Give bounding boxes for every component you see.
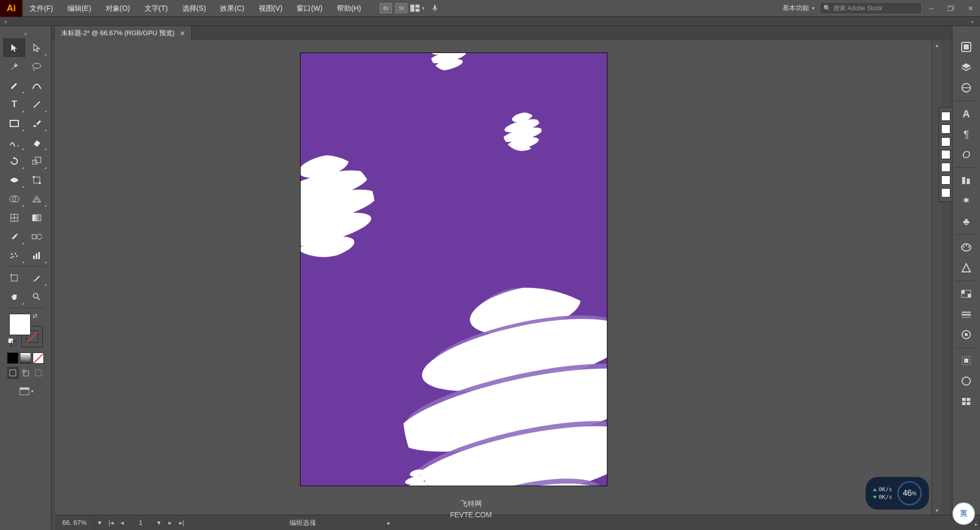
- gradient-tool[interactable]: [26, 208, 48, 227]
- color-mode-gradient[interactable]: [20, 352, 31, 364]
- color-mode-solid[interactable]: [7, 352, 18, 364]
- width-tool[interactable]: [3, 170, 26, 189]
- draw-behind-icon[interactable]: [20, 367, 32, 379]
- graphic-styles-panel-icon[interactable]: [956, 371, 976, 391]
- window-restore-icon[interactable]: [943, 3, 959, 13]
- artwork-sphere-top[interactable]: [430, 53, 466, 71]
- color-guide-panel-icon[interactable]: [956, 258, 976, 277]
- artboard-tool[interactable]: [3, 268, 26, 287]
- artboard-dropdown-icon[interactable]: ▾: [154, 519, 165, 526]
- properties-panel-icon[interactable]: [956, 37, 976, 57]
- app-logo[interactable]: Ai: [0, 0, 22, 17]
- screen-mode[interactable]: ▾: [3, 381, 48, 398]
- network-speed-widget[interactable]: 0K/s 0K/s 46%: [866, 477, 929, 510]
- workspace-switcher[interactable]: 基本功能 ▾: [777, 2, 820, 14]
- color-mode-none[interactable]: [33, 352, 44, 364]
- curvature-tool[interactable]: [26, 76, 48, 95]
- paragraph-panel-icon[interactable]: ¶: [956, 124, 976, 144]
- menu-object[interactable]: 对象(O): [99, 0, 137, 17]
- lasso-tool[interactable]: [26, 57, 48, 76]
- document-tab[interactable]: 未标题-2* @ 66.67% (RGB/GPU 预览) ✕: [55, 26, 192, 40]
- fill-swatch[interactable]: [9, 314, 31, 335]
- last-artboard-icon[interactable]: ▸|: [176, 515, 187, 530]
- bridge-icon[interactable]: Br: [380, 3, 392, 13]
- swatch-7[interactable]: [941, 188, 950, 197]
- magic-wand-tool[interactable]: [3, 57, 26, 76]
- free-transform-tool[interactable]: [26, 170, 48, 189]
- menu-type[interactable]: 文字(T): [137, 0, 175, 17]
- menu-file[interactable]: 文件(F): [22, 0, 60, 17]
- draw-inside-icon[interactable]: [32, 367, 44, 379]
- menu-select[interactable]: 选择(S): [175, 0, 213, 17]
- artboard-number[interactable]: 1: [128, 519, 154, 526]
- opentype-panel-icon[interactable]: O: [956, 145, 976, 164]
- menu-help[interactable]: 帮助(H): [330, 0, 368, 17]
- artwork-sphere-large[interactable]: [403, 288, 607, 486]
- blend-tool[interactable]: [26, 227, 48, 246]
- scale-tool[interactable]: [26, 152, 48, 170]
- zoom-dropdown-icon[interactable]: ▾: [94, 519, 106, 526]
- layers-panel-icon[interactable]: [956, 58, 976, 77]
- swatch-3[interactable]: [941, 137, 950, 146]
- artwork-sphere-left[interactable]: [301, 155, 375, 257]
- expand-panels-right-icon[interactable]: »: [971, 18, 974, 24]
- transparency-panel-icon[interactable]: [956, 284, 976, 304]
- gradient-panel-icon[interactable]: [956, 325, 976, 344]
- align-panel-icon[interactable]: [956, 171, 976, 190]
- window-close-icon[interactable]: ✕: [963, 3, 978, 13]
- artwork-sphere-tiny[interactable]: [405, 469, 429, 486]
- menu-effect[interactable]: 效果(C): [213, 0, 251, 17]
- symbols-panel-icon[interactable]: ♣: [956, 212, 976, 231]
- mesh-tool[interactable]: [3, 208, 26, 227]
- libraries-panel-icon[interactable]: [956, 78, 976, 97]
- draw-normal-icon[interactable]: [7, 367, 19, 379]
- appearance-panel-icon[interactable]: [956, 351, 976, 370]
- paintbrush-tool[interactable]: [26, 114, 48, 133]
- menu-view[interactable]: 视图(V): [252, 0, 290, 17]
- rectangle-tool[interactable]: [3, 114, 26, 133]
- zoom-level[interactable]: 66. 67%: [55, 515, 94, 530]
- menu-edit[interactable]: 编辑(E): [60, 0, 99, 17]
- next-artboard-icon[interactable]: ▸: [165, 515, 176, 530]
- first-artboard-icon[interactable]: |◂: [106, 515, 117, 530]
- swap-fill-stroke-icon[interactable]: ⇄: [33, 313, 37, 319]
- eyedropper-tool[interactable]: [3, 227, 26, 246]
- direct-selection-tool[interactable]: [26, 38, 48, 57]
- fill-stroke-control[interactable]: ⇄: [3, 312, 48, 351]
- gpu-rocket-icon[interactable]: [428, 2, 442, 14]
- swatch-1[interactable]: [941, 112, 950, 121]
- artwork-sphere-small[interactable]: [503, 112, 542, 151]
- hscroll-track[interactable]: ◂ ▸: [310, 518, 980, 527]
- canvas[interactable]: [55, 40, 932, 515]
- symbol-sprayer-tool[interactable]: [3, 246, 26, 265]
- rotate-tool[interactable]: [3, 152, 26, 170]
- stroke-panel-icon[interactable]: [956, 305, 976, 324]
- color-panel-icon[interactable]: [956, 238, 976, 257]
- artboard[interactable]: [301, 53, 607, 486]
- arrange-docs-icon[interactable]: ▾: [410, 2, 425, 14]
- slice-tool[interactable]: [26, 268, 48, 287]
- close-tab-icon[interactable]: ✕: [180, 30, 185, 37]
- panel-group-handle[interactable]: ┈┈: [952, 29, 980, 36]
- expand-control-left-icon[interactable]: «: [4, 18, 7, 24]
- tools-collapse-icon[interactable]: «: [0, 30, 51, 38]
- default-fill-stroke-icon[interactable]: [8, 338, 16, 346]
- eraser-tool[interactable]: [26, 133, 48, 152]
- scroll-down-icon[interactable]: ▾: [932, 506, 942, 515]
- menu-window[interactable]: 窗口(W): [289, 0, 330, 17]
- swatch-2[interactable]: [941, 124, 950, 134]
- hand-tool[interactable]: [3, 287, 26, 306]
- stock-icon[interactable]: St: [395, 3, 407, 13]
- selection-tool[interactable]: [3, 38, 26, 57]
- perspective-grid-tool[interactable]: [26, 189, 48, 208]
- zoom-tool[interactable]: [26, 287, 48, 306]
- ime-indicator[interactable]: 英: [952, 502, 975, 525]
- line-tool[interactable]: [26, 95, 48, 114]
- type-tool[interactable]: T: [3, 95, 26, 114]
- shaper-tool[interactable]: [3, 133, 26, 152]
- character-panel-icon[interactable]: A: [956, 104, 976, 123]
- swatch-5[interactable]: [941, 163, 950, 172]
- adobe-stock-search[interactable]: 🔍 搜索 Adobe Stock: [820, 2, 922, 14]
- pathfinder-panel-icon[interactable]: [956, 191, 976, 211]
- window-minimize-icon[interactable]: ─: [924, 3, 939, 13]
